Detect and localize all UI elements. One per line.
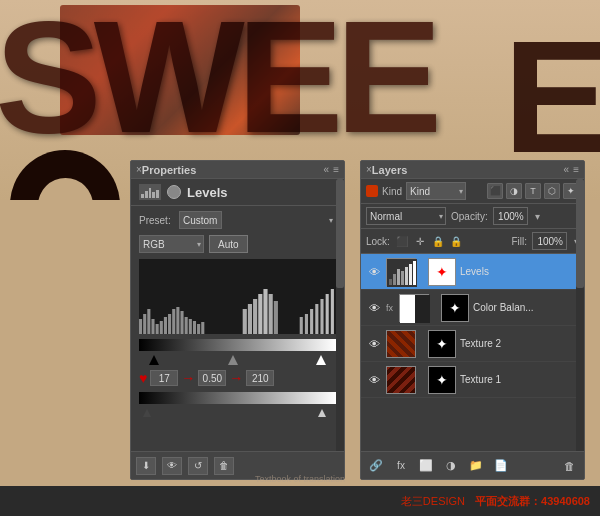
add-adjustment-btn[interactable]: ⬇ — [136, 457, 156, 475]
preset-select-arrow: ▾ — [329, 216, 333, 225]
svg-rect-31 — [389, 279, 392, 285]
output-gradient-bar — [139, 392, 336, 404]
output-white-slider[interactable] — [318, 409, 326, 417]
filter-icons: ⬛ ◑ T ⬡ ✦ — [487, 183, 579, 199]
properties-menu-btn[interactable]: ≡ — [333, 164, 339, 175]
svg-rect-0 — [139, 319, 142, 334]
mid-eyedropper[interactable]: → — [181, 370, 195, 386]
svg-rect-21 — [269, 294, 273, 334]
output-black-slider[interactable] — [143, 409, 151, 417]
lock-transparency-btn[interactable]: ⬛ — [395, 234, 409, 248]
texture1-visibility[interactable]: 👁 — [366, 372, 382, 388]
shape-filter-btn[interactable]: ⬡ — [544, 183, 560, 199]
texture1-layer-name: Texture 1 — [460, 374, 579, 385]
lock-position-btn[interactable]: 🔒 — [431, 234, 445, 248]
preset-select[interactable]: Custom Default — [179, 211, 222, 229]
svg-rect-9 — [176, 307, 179, 334]
filter-toggle[interactable] — [366, 185, 378, 197]
link-layers-btn[interactable]: 🔗 — [366, 457, 386, 475]
add-mask-btn[interactable]: ⬜ — [416, 457, 436, 475]
add-style-btn[interactable]: fx — [391, 457, 411, 475]
layers-collapse-btn[interactable]: « — [564, 164, 570, 175]
colorbal-visibility[interactable]: 👁 — [366, 300, 382, 316]
type-filter-btn[interactable]: T — [525, 183, 541, 199]
lock-all-btn[interactable]: 🔒 — [449, 234, 463, 248]
reset-btn[interactable]: ↺ — [188, 457, 208, 475]
svg-rect-16 — [243, 309, 247, 334]
texture2-layer-name: Texture 2 — [460, 338, 579, 349]
eye-visibility-btn[interactable]: 👁 — [162, 457, 182, 475]
create-group-btn[interactable]: 📁 — [466, 457, 486, 475]
layers-scrollbar[interactable] — [576, 179, 584, 451]
levels-layer-thumb — [386, 258, 416, 286]
fill-input[interactable] — [532, 232, 567, 250]
properties-title: Properties — [142, 164, 196, 176]
opacity-label: Opacity: — [451, 211, 488, 222]
colorbal-mask-icon: ✦ — [449, 300, 461, 316]
properties-panel: × Properties « ≡ Levels Preset: Custom D… — [130, 160, 345, 480]
properties-collapse-btn[interactable]: « — [324, 164, 330, 175]
svg-rect-37 — [413, 261, 416, 285]
svg-rect-20 — [263, 289, 267, 334]
layers-scrollbar-thumb[interactable] — [576, 179, 584, 288]
levels-values-row: ♥ → → — [139, 367, 336, 389]
svg-rect-8 — [172, 309, 175, 334]
svg-rect-25 — [310, 309, 313, 334]
levels-visibility[interactable]: 👁 — [366, 264, 382, 280]
black-level-input[interactable] — [150, 370, 178, 386]
pixel-filter-btn[interactable]: ⬛ — [487, 183, 503, 199]
channel-select[interactable]: RGB Red Green Blue — [139, 235, 204, 253]
filter-select[interactable]: Kind — [406, 182, 466, 200]
levels-header: Levels — [131, 179, 344, 206]
blend-select-wrap: Normal Multiply Screen Overlay ▾ — [366, 207, 446, 225]
footer-right-group: 老三DESIGN 平面交流群：43940608 — [401, 494, 590, 509]
svg-rect-12 — [189, 319, 192, 334]
layer-row-levels[interactable]: 👁 ✦ Levels — [361, 254, 584, 290]
svg-rect-2 — [147, 309, 150, 334]
svg-rect-13 — [193, 321, 196, 334]
layer-row-texture2[interactable]: 👁 ✦ Texture 2 — [361, 326, 584, 362]
adjustment-filter-btn[interactable]: ◑ — [506, 183, 522, 199]
input-gradient-bar — [139, 339, 336, 351]
black-slider[interactable] — [149, 355, 159, 365]
white-slider[interactable] — [316, 355, 326, 365]
opacity-input[interactable] — [493, 207, 528, 225]
blend-mode-select[interactable]: Normal Multiply Screen Overlay — [366, 207, 446, 225]
properties-body: Preset: Custom Default ▾ RGB Red Green B… — [131, 206, 344, 424]
properties-scrollbar[interactable] — [336, 179, 344, 451]
delete-btn[interactable]: 🗑 — [214, 457, 234, 475]
channel-row: RGB Red Green Blue ▾ Auto — [139, 235, 336, 253]
colorbal-layer-name: Color Balan... — [473, 302, 579, 313]
delete-layer-btn[interactable]: 🗑 — [559, 457, 579, 475]
properties-titlebar: × Properties « ≡ — [131, 161, 344, 179]
auto-button[interactable]: Auto — [209, 235, 248, 253]
svg-rect-19 — [258, 294, 262, 334]
texture2-visibility[interactable]: 👁 — [366, 336, 382, 352]
output-sliders — [139, 407, 336, 417]
svg-rect-5 — [160, 321, 163, 334]
visibility-toggle[interactable] — [167, 185, 181, 199]
properties-scrollbar-thumb[interactable] — [336, 179, 344, 288]
layers-filter-row: Kind Kind ▾ ⬛ ◑ T ⬡ ✦ — [361, 179, 584, 204]
svg-rect-11 — [185, 317, 188, 334]
layer-row-texture1[interactable]: 👁 ✦ Texture 1 — [361, 362, 584, 398]
svg-rect-18 — [253, 299, 257, 334]
layers-menu-btn[interactable]: ≡ — [573, 164, 579, 175]
new-layer-btn[interactable]: 📄 — [491, 457, 511, 475]
white-level-input[interactable] — [246, 370, 274, 386]
svg-rect-17 — [248, 304, 252, 334]
mid-level-input[interactable] — [198, 370, 226, 386]
mid-slider[interactable] — [228, 355, 238, 365]
layers-bottom-toolbar: 🔗 fx ⬜ ◑ 📁 📄 🗑 — [361, 451, 584, 479]
black-eyedropper[interactable]: ♥ — [139, 370, 147, 386]
preset-label: Preset: — [139, 215, 174, 226]
create-adjustment-btn[interactable]: ◑ — [441, 457, 461, 475]
texture1-mask-thumb: ✦ — [428, 366, 456, 394]
preset-row: Preset: Custom Default ▾ — [139, 211, 336, 229]
white-eyedropper-arrow[interactable]: → — [229, 370, 243, 386]
opacity-stepper[interactable]: ▾ — [535, 211, 540, 222]
lock-icons: ⬛ ✛ 🔒 🔒 — [395, 234, 463, 248]
layer-row-colorbalance[interactable]: 👁 fx ✦ Color Balan... — [361, 290, 584, 326]
lock-pixels-btn[interactable]: ✛ — [413, 234, 427, 248]
levels-mask-icon: ✦ — [436, 264, 448, 280]
